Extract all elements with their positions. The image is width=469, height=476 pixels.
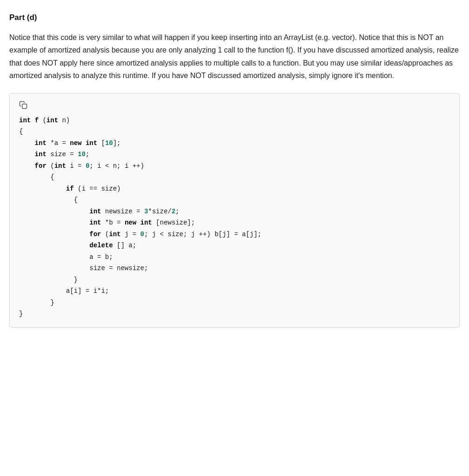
- svg-rect-0: [22, 104, 27, 109]
- copy-icon[interactable]: [19, 101, 27, 109]
- code-container: int f (int n) { int *a = new int [10]; i…: [9, 93, 460, 328]
- code-header: [19, 101, 450, 111]
- description-text: Notice that this code is very similar to…: [9, 31, 460, 82]
- code-body: int f (int n) { int *a = new int [10]; i…: [19, 115, 450, 320]
- section-title: Part (d): [9, 11, 460, 24]
- page-wrapper: Part (d) Notice that this code is very s…: [9, 11, 460, 328]
